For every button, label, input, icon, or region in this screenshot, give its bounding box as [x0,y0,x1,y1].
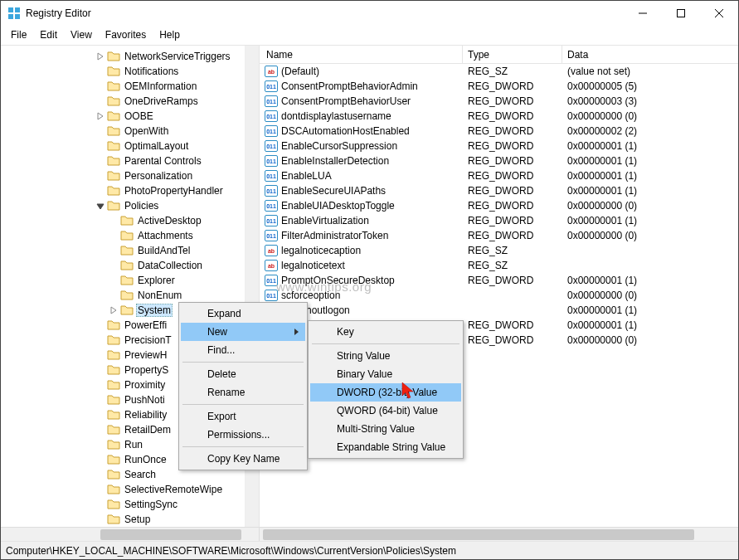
ctx2-multistring[interactable]: Multi-String Value [310,420,461,438]
tree-item[interactable]: BuildAndTel [1,243,259,258]
list-row[interactable]: 011scforceoption0x00000000 (0) [260,288,738,303]
folder-icon [107,80,120,93]
spacer [107,259,120,272]
svg-rect-3 [15,14,20,19]
expander-icon[interactable] [94,199,107,212]
value-data: 0x00000000 (0) [562,200,738,212]
tree-item[interactable]: OOBE [1,109,259,124]
dword-value-icon: 011 [265,230,278,241]
value-name: ConsentPromptBehaviorUser [281,95,411,107]
tree-item-label: Policies [123,200,160,212]
list-row[interactable]: 011ConsentPromptBehaviorUserREG_DWORD0x0… [260,94,738,109]
spacer [94,169,107,183]
ctx-export[interactable]: Export [181,407,305,426]
expander-icon[interactable] [94,50,107,63]
menu-edit[interactable]: Edit [35,27,62,42]
ctx-delete[interactable]: Delete [181,365,305,383]
ctx-permissions[interactable]: Permissions... [181,426,305,444]
list-header[interactable]: Name Type Data [260,46,738,64]
menu-file[interactable]: File [6,27,32,42]
tree-item[interactable]: Policies [1,198,259,213]
tree-item[interactable]: OptimalLayout [1,139,259,153]
tree-item[interactable]: OEMInformation [1,79,259,94]
expander-icon[interactable] [107,304,120,317]
ctx2-key[interactable]: Key [310,323,461,341]
tree-item[interactable]: SelectiveRemoteWipe [1,482,259,497]
ctx2-binary[interactable]: Binary Value [310,365,461,383]
list-row[interactable]: ablegalnoticetextREG_SZ [260,258,738,273]
spacer [94,334,107,347]
context-menu-key[interactable]: Expand New Find... Delete Rename Export … [178,302,308,470]
list-row[interactable]: 011EnableUIADesktopToggleREG_DWORD0x0000… [260,198,738,213]
tree-item[interactable]: OpenWith [1,124,259,139]
tree-item-label: OptimalLayout [123,140,190,152]
list-row[interactable]: 011ConsentPromptBehaviorAdminREG_DWORD0x… [260,79,738,94]
tree-item[interactable]: DataCollection [1,258,259,273]
value-data: 0x00000003 (3) [562,95,738,107]
list-row[interactable]: 011EnableSecureUIAPathsREG_DWORD0x000000… [260,183,738,198]
folder-icon [120,229,134,242]
value-data: 0x00000001 (1) [562,155,738,167]
folder-icon [120,244,134,257]
context-menu-new[interactable]: Key String Value Binary Value DWORD (32-… [308,320,464,459]
value-name: EnableSecureUIAPaths [281,185,386,197]
minimize-button[interactable] [624,1,662,26]
list-row[interactable]: 011dontdisplaylastusernameREG_DWORD0x000… [260,109,738,124]
spacer [94,498,107,511]
ctx-rename[interactable]: Rename [181,383,305,402]
list-row[interactable]: 011FilterAdministratorTokenREG_DWORD0x00… [260,228,738,243]
ctx-new[interactable]: New [181,323,305,341]
dword-value-icon: 011 [265,200,278,212]
list-row[interactable]: ablegalnoticecaptionREG_SZ [260,243,738,258]
list-row[interactable]: 011EnableCursorSuppressionREG_DWORD0x000… [260,139,738,153]
ctx-copy-key[interactable]: Copy Key Name [181,450,305,468]
list-row[interactable]: 011PromptOnSecureDesktopREG_DWORD0x00000… [260,273,738,288]
tree-item[interactable]: ActiveDesktop [1,213,259,228]
ctx2-expstring[interactable]: Expandable String Value [310,438,461,456]
spacer [94,154,107,168]
menu-view[interactable]: View [66,27,97,42]
tree-item[interactable]: OneDriveRamps [1,94,259,109]
value-type: REG_DWORD [463,200,562,212]
ctx2-string[interactable]: String Value [310,347,461,365]
tree-item[interactable]: Setup [1,512,259,527]
tree-item[interactable]: PhotoPropertyHandler [1,183,259,198]
ctx2-dword[interactable]: DWORD (32-bit) Value [310,383,461,402]
value-type: REG_DWORD [463,110,562,122]
col-name[interactable]: Name [260,46,463,63]
horizontal-scrollbars[interactable] [1,527,738,541]
tree-item[interactable]: Attachments [1,228,259,243]
ctx-find[interactable]: Find... [181,341,305,359]
spacer [107,289,120,302]
col-data[interactable]: Data [562,46,738,63]
string-value-icon: ab [265,245,278,256]
tree-item-label: Reliability [123,409,168,421]
spacer [94,483,107,496]
folder-icon [107,50,120,63]
col-type[interactable]: Type [463,46,562,63]
tree-item[interactable]: Personalization [1,168,259,183]
ctx2-qword[interactable]: QWORD (64-bit) Value [310,402,461,420]
close-button[interactable] [700,1,738,26]
list-row[interactable]: 011EnableLUAREG_DWORD0x00000001 (1) [260,168,738,183]
menu-help[interactable]: Help [154,27,185,42]
tree-item[interactable]: SettingSync [1,497,259,512]
menu-favorites[interactable]: Favorites [100,27,151,42]
maximize-button[interactable] [662,1,700,26]
list-row[interactable]: 011EnableInstallerDetectionREG_DWORD0x00… [260,153,738,168]
tree-item[interactable]: Parental Controls [1,153,259,168]
tree-item[interactable]: Notifications [1,64,259,79]
folder-icon [120,259,134,272]
list-row[interactable]: 011wnwithoutlogon0x00000001 (1) [260,303,738,318]
tree-item[interactable]: NetworkServiceTriggers [1,49,259,64]
expander-icon[interactable] [94,110,107,123]
list-row[interactable]: 011EnableVirtualizationREG_DWORD0x000000… [260,213,738,228]
list-row[interactable]: ab(Default)REG_SZ(value not set) [260,64,738,79]
tree-item[interactable]: NonEnum [1,288,259,303]
folder-icon [120,289,134,302]
tree-item-label: Parental Controls [123,155,203,167]
ctx-expand[interactable]: Expand [181,304,305,323]
folder-icon [107,139,120,153]
tree-item[interactable]: Explorer [1,273,259,288]
list-row[interactable]: 011DSCAutomationHostEnabledREG_DWORD0x00… [260,124,738,139]
